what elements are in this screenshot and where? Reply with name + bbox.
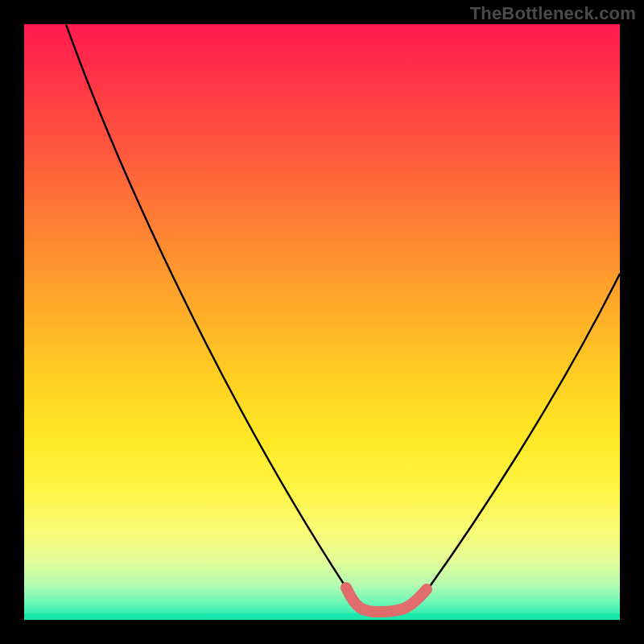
optimal-zone-highlight bbox=[346, 588, 427, 612]
watermark-label: TheBottleneck.com bbox=[470, 3, 636, 24]
bottleneck-curve bbox=[66, 24, 620, 615]
chart-frame: TheBottleneck.com bbox=[0, 0, 644, 644]
curve-layer bbox=[24, 24, 620, 620]
plot-area bbox=[24, 24, 620, 620]
